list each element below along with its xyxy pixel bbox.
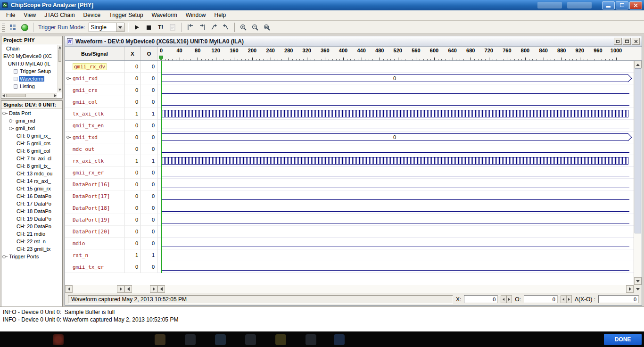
signal-waveform[interactable]: [157, 167, 634, 179]
signal-waveform[interactable]: [157, 179, 634, 190]
signal-waveform[interactable]: [157, 143, 634, 155]
tree-handle-icon[interactable]: [9, 127, 12, 130]
signals-tree-item[interactable]: CH: 6 gmii_col: [1, 147, 61, 155]
signal-name-cell[interactable]: gmii_rx_er: [65, 167, 124, 179]
signal-name-cell[interactable]: gmii_tx_en: [65, 120, 124, 132]
menu-item-window[interactable]: Window: [182, 10, 210, 20]
scrollbar-track[interactable]: [132, 285, 150, 293]
signal-name-cell[interactable]: gmii_rx_dv: [65, 61, 124, 73]
frame-maximize-button[interactable]: [623, 38, 631, 45]
signals-tree-item[interactable]: CH: 16 DataPo: [1, 192, 61, 200]
signals-tree-item[interactable]: CH: 8 gmii_tx_: [1, 162, 61, 170]
signal-waveform[interactable]: [157, 96, 634, 108]
signal-name-cell[interactable]: gmii_col: [65, 96, 124, 108]
scroll-left-icon[interactable]: [2, 94, 5, 97]
taskbar-icon[interactable]: [53, 334, 64, 345]
taskbar-icon[interactable]: [334, 334, 345, 345]
signals-tree-item[interactable]: CH: 21 mdio: [1, 230, 61, 238]
signal-waveform[interactable]: [157, 202, 634, 214]
signals-tree-item[interactable]: CH: 5 gmii_crs: [1, 140, 61, 147]
signal-name-cell[interactable]: mdio: [65, 238, 124, 249]
scroll-down-icon[interactable]: [634, 277, 642, 285]
close-button[interactable]: [629, 1, 642, 9]
zoom-in-icon[interactable]: [239, 22, 249, 33]
toolbar-grid-icon[interactable]: [8, 22, 18, 33]
maximize-button[interactable]: [616, 1, 628, 9]
value-columns-scrollbar[interactable]: [124, 285, 157, 293]
tree-handle-icon[interactable]: [2, 112, 6, 115]
scrollbar-track[interactable]: [165, 285, 626, 293]
signal-name-cell[interactable]: mdc_out: [65, 143, 124, 155]
trigger-immediate-button[interactable]: T!: [156, 22, 166, 33]
minimize-button[interactable]: [602, 1, 615, 9]
menu-item-device[interactable]: Device: [79, 10, 105, 20]
trigger-run-mode-select[interactable]: Single: [89, 23, 124, 32]
scrollbar-track[interactable]: [634, 68, 642, 277]
project-tree-item[interactable]: Listing: [1, 83, 58, 90]
expand-handle-icon[interactable]: [66, 77, 69, 80]
signal-waveform[interactable]: [157, 120, 634, 132]
signals-tree-item[interactable]: CH: 13 mdc_ou: [1, 170, 61, 177]
prev-edge-icon[interactable]: [209, 22, 219, 33]
project-horizontal-scrollbar[interactable]: [2, 93, 57, 98]
signal-name-cell[interactable]: DataPort[18]: [65, 202, 124, 214]
project-tree-item[interactable]: EV:0 MyDevice0 (XC: [1, 52, 58, 60]
scrollbar-track[interactable]: [73, 285, 117, 293]
signal-waveform[interactable]: [157, 238, 634, 249]
signal-waveform[interactable]: [157, 61, 634, 73]
signal-name-cell[interactable]: gmii_rxd: [65, 73, 124, 84]
scrollbar-thumb[interactable]: [635, 68, 641, 233]
x-cursor-line[interactable]: [161, 61, 162, 273]
frame-restore-button[interactable]: [614, 38, 622, 45]
goto-x-marker-icon[interactable]: [185, 22, 196, 33]
o-column-header[interactable]: O: [141, 47, 157, 60]
signals-tree-item[interactable]: CH: 0 gmii_rx_: [1, 132, 61, 140]
x-increment-icon[interactable]: [506, 295, 512, 303]
expand-handle-icon[interactable]: [66, 136, 69, 139]
tree-handle-icon[interactable]: [2, 255, 6, 258]
signal-waveform[interactable]: [157, 155, 634, 167]
waveform-scrollbar[interactable]: [157, 285, 634, 293]
x-marker-flag[interactable]: [159, 56, 163, 60]
time-ruler[interactable]: 0408012016020024028032036040044048052056…: [157, 47, 642, 60]
zoom-fit-icon[interactable]: [262, 22, 272, 33]
menu-item-help[interactable]: Help: [210, 10, 230, 20]
signal-waveform[interactable]: [157, 261, 634, 273]
name-column-scrollbar[interactable]: [65, 285, 124, 293]
menu-item-jtag-chain[interactable]: JTAG Chain: [40, 10, 79, 20]
signal-name-cell[interactable]: DataPort[19]: [65, 214, 124, 226]
signals-tree-item[interactable]: CH: 7 tx_axi_cl: [1, 155, 61, 162]
taskbar-icon[interactable]: [305, 334, 316, 345]
scroll-left-icon[interactable]: [124, 285, 132, 293]
scroll-left-icon[interactable]: [65, 285, 73, 293]
scroll-down-icon[interactable]: [58, 89, 61, 92]
signals-tree-item[interactable]: CH: 18 DataPo: [1, 207, 61, 215]
scroll-right-icon[interactable]: [626, 285, 634, 293]
signal-waveform[interactable]: [157, 214, 634, 226]
signal-waveform[interactable]: [157, 226, 634, 238]
scan-chain-button[interactable]: [19, 22, 30, 33]
o-increment-icon[interactable]: [566, 295, 572, 303]
x-decrement-icon[interactable]: [501, 295, 506, 303]
menu-item-trigger-setup[interactable]: Trigger Setup: [105, 10, 147, 20]
waveform-frame-titlebar[interactable]: Waveform - DEV:0 MyDevice0 (XC6SLX16) UN…: [65, 36, 642, 47]
signals-tree-item[interactable]: Trigger Ports: [1, 253, 61, 260]
project-tree-item[interactable]: UNIT:0 MyILA0 (IL: [1, 60, 58, 67]
taskbar-icon[interactable]: [215, 334, 226, 345]
scroll-right-icon[interactable]: [54, 94, 57, 97]
frame-close-button[interactable]: [632, 38, 640, 45]
waveform-vertical-scrollbar[interactable]: [634, 61, 642, 285]
project-vertical-scrollbar[interactable]: [58, 45, 62, 92]
signals-tree-item[interactable]: CH: 19 DataPo: [1, 215, 61, 223]
signal-name-cell[interactable]: DataPort[16]: [65, 179, 124, 190]
signal-name-cell[interactable]: rst_n: [65, 249, 124, 261]
signals-tree-item[interactable]: Data Port: [1, 109, 61, 117]
signal-waveform[interactable]: [157, 190, 634, 202]
combo-dropdown-icon[interactable]: [116, 23, 124, 32]
taskbar-icon[interactable]: [185, 334, 196, 345]
next-edge-icon[interactable]: [221, 22, 231, 33]
signal-waveform[interactable]: [157, 249, 634, 261]
scrollbar-thumb[interactable]: [58, 50, 61, 62]
scroll-left-icon[interactable]: [157, 285, 165, 293]
signals-tree-item[interactable]: CH: 22 rst_n: [1, 238, 61, 245]
